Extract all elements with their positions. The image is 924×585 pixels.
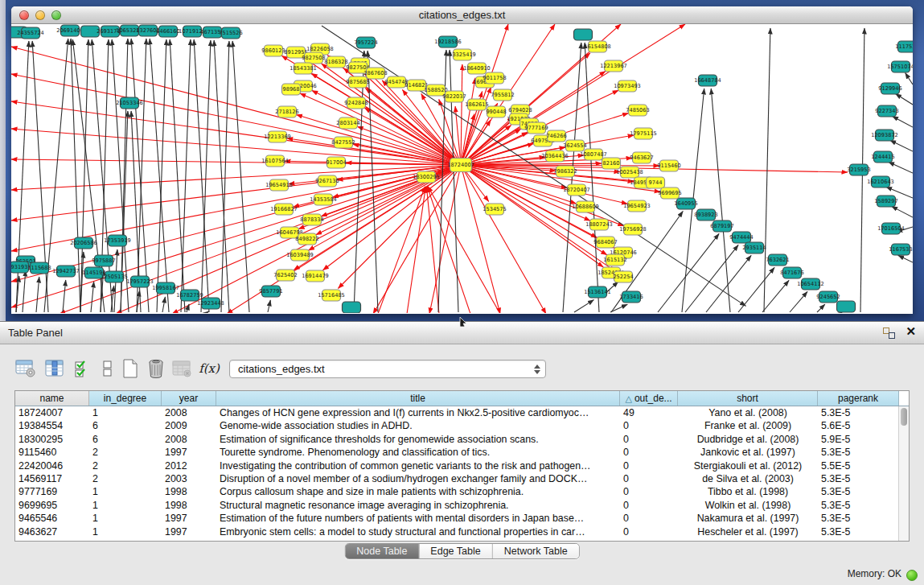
table-cell-title[interactable]: Corpus callosum shape and size in male p…	[216, 485, 620, 498]
teal-node[interactable]: 6466160	[156, 26, 179, 37]
table-cell-year[interactable]: 2012	[162, 459, 216, 472]
teal-node[interactable]: 9474444	[729, 232, 753, 243]
column-header-in_degree[interactable]: in_degree	[89, 391, 162, 406]
network-canvas[interactable]: 2435572420691406269317191065328713276026…	[11, 24, 913, 313]
teal-node[interactable]: 1244415	[871, 151, 894, 163]
yellow-node[interactable]: 16107564	[261, 155, 289, 167]
table-cell-short[interactable]: Hescheler et al. (1997)	[678, 525, 818, 538]
yellow-node[interactable]: 18543381	[290, 63, 317, 74]
yellow-node[interactable]: 8878334	[300, 214, 323, 225]
table-cell-year[interactable]: 1997	[162, 512, 216, 525]
yellow-node[interactable]: 7485063	[626, 105, 649, 116]
table-body[interactable]: 1872400712008Changes of HCN gene express…	[15, 406, 909, 538]
table-cell-year[interactable]: 1997	[162, 446, 216, 459]
table-cell-title[interactable]: Structural magnetic resonance image aver…	[216, 499, 620, 512]
teal-node[interactable]: 15136141	[584, 286, 611, 298]
citation-network-graph[interactable]: 2435572420691406269317191065328713276026…	[11, 24, 913, 313]
yellow-node[interactable]: 9011758	[483, 72, 506, 84]
table-row[interactable]: 1872400712008Changes of HCN gene express…	[15, 406, 909, 419]
table-cell-out_de[interactable]: 0	[620, 485, 678, 498]
table-cell-pagerank[interactable]: 5.3E-5	[818, 472, 899, 485]
table-row[interactable]: 2242004622012Investigating the contribut…	[15, 459, 909, 472]
table-cell-out_de[interactable]: 49	[620, 406, 678, 419]
table-cell-in_degree[interactable]: 1	[89, 406, 162, 419]
yellow-node[interactable]: 990448	[486, 106, 506, 117]
teal-node[interactable]: 16782759	[176, 290, 203, 301]
table-selector-combobox[interactable]: citations_edges.txt	[229, 360, 546, 378]
yellow-node[interactable]: 10688609	[572, 201, 599, 212]
teal-node[interactable]: 9227343	[875, 105, 898, 117]
yellow-node[interactable]: 98968	[282, 84, 301, 95]
teal-node[interactable]: 1117534	[895, 41, 913, 52]
table-cell-name[interactable]: 9463627	[15, 525, 89, 538]
table-cell-year[interactable]: 2003	[162, 472, 216, 485]
table-tab-strip[interactable]: Node TableEdge TableNetwork Table	[344, 543, 579, 559]
table-row[interactable]: 946362711997Embryonic stem cells: a mode…	[15, 525, 909, 538]
table-cell-short[interactable]: Dudbridge et al. (2008)	[678, 433, 818, 446]
table-cell-name[interactable]: 19384554	[15, 419, 89, 432]
column-header-title[interactable]: title	[216, 391, 620, 406]
teal-node[interactable]: 8471676	[780, 267, 803, 278]
table-cell-pagerank[interactable]: 5.9E-5	[818, 433, 899, 446]
teal-node[interactable]: 9857791	[259, 286, 282, 297]
table-cell-pagerank[interactable]: 5.6E-5	[818, 419, 899, 432]
table-cell-name[interactable]: 9115460	[15, 446, 89, 459]
table-cell-out_de[interactable]: 0	[620, 446, 678, 459]
close-icon[interactable]: ✕	[906, 324, 916, 339]
table-cell-pagerank[interactable]: 5.3E-5	[818, 446, 899, 459]
table-cell-out_de[interactable]: 0	[620, 499, 678, 512]
vertical-scrollbar[interactable]	[898, 406, 909, 541]
yellow-node[interactable]: 13325419	[449, 49, 476, 60]
yellow-node[interactable]: 8427552	[331, 137, 355, 148]
yellow-node[interactable]: 7625402	[273, 270, 297, 281]
table-cell-title[interactable]: Genome-wide association studies in ADHD.	[216, 419, 620, 432]
yellow-node[interactable]: 18640910	[463, 63, 491, 74]
table-row[interactable]: 946554611997Estimation of the future num…	[15, 512, 909, 525]
yellow-node[interactable]: 8186328	[324, 56, 347, 68]
teal-node[interactable]: 19958167	[152, 282, 179, 294]
column-header-name[interactable]: name	[15, 391, 89, 406]
table-cell-short[interactable]: de Silva et al. (2003)	[678, 472, 818, 485]
table-cell-short[interactable]: Wolkin et al. (1998)	[678, 499, 818, 512]
table-cell-short[interactable]: Stergiakouli et al. (2012)	[678, 459, 818, 472]
table-cell-name[interactable]: 14569117	[15, 472, 89, 485]
teal-node[interactable]	[837, 301, 856, 312]
network-window-titlebar[interactable]: citations_edges.txt	[11, 6, 913, 24]
yellow-node[interactable]: 746266	[546, 130, 566, 142]
table-cell-name[interactable]: 9777169	[15, 485, 89, 498]
table-row[interactable]: 1938455462009Genome-wide association stu…	[15, 419, 909, 432]
yellow-node[interactable]: 9115460	[657, 160, 680, 171]
teal-node[interactable]: 6879197	[710, 220, 733, 232]
table-cell-in_degree[interactable]: 2	[89, 446, 162, 459]
teal-node[interactable]: 19218586	[434, 36, 462, 47]
teal-node[interactable]: 9129946	[878, 83, 901, 94]
yellow-node[interactable]: 9777169	[524, 122, 548, 134]
table-cell-in_degree[interactable]: 2	[89, 472, 162, 485]
table-cell-name[interactable]: 18724007	[15, 406, 89, 419]
teal-node[interactable]: 15751074	[887, 61, 913, 72]
table-cell-out_de[interactable]: 0	[620, 512, 678, 525]
teal-node[interactable]: 1589297	[874, 196, 897, 207]
yellow-node[interactable]: 17975115	[630, 128, 657, 139]
table-cell-in_degree[interactable]: 1	[89, 485, 162, 498]
delete-table-button[interactable]	[145, 357, 167, 380]
yellow-node[interactable]: 7986322	[553, 166, 577, 177]
table-cell-short[interactable]: Yano et al. (2008)	[678, 406, 818, 419]
yellow-node[interactable]: 15716485	[318, 290, 345, 301]
teal-node[interactable]: 1640955	[674, 198, 697, 209]
yellow-node[interactable]: 9860123	[261, 45, 285, 56]
yellow-node[interactable]: 7955812	[491, 89, 514, 101]
yellow-node[interactable]: 9744	[647, 177, 665, 188]
teal-node[interactable]: 7957224	[354, 37, 377, 48]
yellow-node[interactable]: 9827508	[302, 52, 325, 64]
network-view-window[interactable]: citations_edges.txt 24355724206914062693…	[11, 6, 913, 314]
table-cell-out_de[interactable]: 0	[620, 419, 678, 432]
yellow-node[interactable]: 9242848	[344, 97, 368, 109]
show-columns-button[interactable]	[43, 357, 66, 380]
table-header-row[interactable]: namein_degreeyeartitle△out_de...shortpag…	[15, 391, 909, 406]
function-builder-button[interactable]: f(x)	[198, 357, 220, 380]
yellow-node[interactable]: 2718126	[275, 106, 298, 117]
table-cell-out_de[interactable]: 0	[620, 459, 678, 472]
table-cell-in_degree[interactable]: 2	[89, 459, 162, 472]
yellow-node[interactable]: 16154808	[584, 41, 611, 52]
